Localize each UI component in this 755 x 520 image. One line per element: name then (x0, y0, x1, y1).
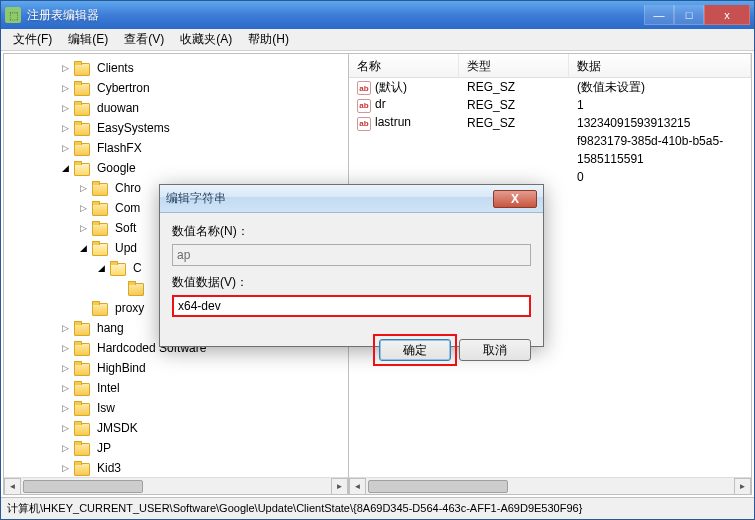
folder-icon (74, 401, 90, 415)
folder-icon (74, 341, 90, 355)
scroll-thumb[interactable] (368, 480, 508, 493)
tree-label: proxy (112, 300, 147, 316)
tree-node[interactable]: ▷JP (4, 438, 348, 458)
app-icon: ⬚ (5, 7, 21, 23)
list-row[interactable]: f9823179-385d-410b-b5a5- (349, 132, 751, 150)
expand-icon[interactable]: ▷ (76, 181, 90, 195)
reg-string-icon: ab (357, 117, 371, 131)
dialog-titlebar[interactable]: 编辑字符串 X (160, 185, 543, 213)
list-body[interactable]: ab(默认)REG_SZ(数值未设置)abdrREG_SZ1ablastrunR… (349, 78, 751, 186)
value-name-input[interactable] (172, 244, 531, 266)
expand-icon[interactable]: ▷ (58, 401, 72, 415)
tree-node[interactable]: ▷EasySystems (4, 118, 348, 138)
menu-view[interactable]: 查看(V) (116, 29, 172, 50)
minimize-button[interactable]: — (644, 5, 674, 25)
maximize-button[interactable]: □ (674, 5, 704, 25)
folder-icon (92, 301, 108, 315)
tree-label: hang (94, 320, 127, 336)
expand-icon[interactable]: ▷ (76, 221, 90, 235)
menu-edit[interactable]: 编辑(E) (60, 29, 116, 50)
list-row[interactable]: ablastrunREG_SZ13234091593913215 (349, 114, 751, 132)
dialog-close-button[interactable]: X (493, 190, 537, 208)
scroll-track[interactable] (366, 479, 734, 494)
menu-help[interactable]: 帮助(H) (240, 29, 297, 50)
scroll-left-icon[interactable]: ◄ (349, 478, 366, 495)
menu-favorites[interactable]: 收藏夹(A) (172, 29, 240, 50)
dialog-title: 编辑字符串 (166, 190, 493, 207)
expand-icon[interactable]: ▷ (58, 321, 72, 335)
cell-data: 1585115591 (569, 151, 751, 167)
header-type[interactable]: 类型 (459, 54, 569, 77)
tree-node[interactable]: ▷Kid3 (4, 458, 348, 478)
folder-icon (74, 441, 90, 455)
scroll-right-icon[interactable]: ► (734, 478, 751, 495)
tree-node[interactable]: ▷duowan (4, 98, 348, 118)
folder-icon (74, 321, 90, 335)
folder-icon (74, 461, 90, 475)
scroll-left-icon[interactable]: ◄ (4, 478, 21, 495)
expand-icon[interactable]: ▷ (58, 421, 72, 435)
tree-label: JP (94, 440, 114, 456)
expand-icon[interactable]: ▷ (76, 201, 90, 215)
tree-node[interactable]: ◢Google (4, 158, 348, 178)
collapse-icon[interactable]: ◢ (94, 261, 108, 275)
folder-icon (74, 61, 90, 75)
value-data-label: 数值数据(V)： (172, 274, 531, 291)
tree-label: Google (94, 160, 139, 176)
tree-node[interactable]: ▷Clients (4, 58, 348, 78)
list-hscrollbar[interactable]: ◄ ► (349, 477, 751, 494)
expand-icon[interactable]: ▷ (58, 381, 72, 395)
folder-icon (92, 201, 108, 215)
cancel-button[interactable]: 取消 (459, 339, 531, 361)
cell-type (459, 158, 569, 160)
expand-icon[interactable]: ▷ (58, 141, 72, 155)
list-row[interactable]: 1585115591 (349, 150, 751, 168)
tree-node[interactable]: ▷Intel (4, 378, 348, 398)
scroll-thumb[interactable] (23, 480, 143, 493)
header-data[interactable]: 数据 (569, 54, 751, 77)
cell-type: REG_SZ (459, 115, 569, 131)
tree-node[interactable]: ▷Cybertron (4, 78, 348, 98)
tree-label: C (130, 260, 145, 276)
tree-label (148, 287, 154, 289)
cell-type: REG_SZ (459, 79, 569, 95)
expand-icon[interactable]: ▷ (58, 101, 72, 115)
cell-name: ablastrun (349, 114, 459, 132)
value-data-input[interactable] (172, 295, 531, 317)
expand-icon[interactable]: ▷ (58, 361, 72, 375)
dialog-body: 数值名称(N)： 数值数据(V)： (160, 213, 543, 335)
collapse-icon[interactable]: ◢ (76, 241, 90, 255)
expand-icon[interactable]: ▷ (58, 441, 72, 455)
ok-button[interactable]: 确定 (379, 339, 451, 361)
tree-label: duowan (94, 100, 142, 116)
tree-node[interactable]: ▷FlashFX (4, 138, 348, 158)
cell-data: 0 (569, 169, 751, 185)
folder-icon (74, 361, 90, 375)
header-name[interactable]: 名称 (349, 54, 459, 77)
expand-icon[interactable] (76, 301, 90, 315)
list-row[interactable]: ab(默认)REG_SZ(数值未设置) (349, 78, 751, 96)
expand-icon[interactable]: ▷ (58, 121, 72, 135)
tree-node[interactable]: ▷JMSDK (4, 418, 348, 438)
list-row[interactable]: abdrREG_SZ1 (349, 96, 751, 114)
cell-data: (数值未设置) (569, 78, 751, 97)
expand-icon[interactable]: ▷ (58, 461, 72, 475)
scroll-track[interactable] (21, 479, 331, 494)
folder-icon (92, 221, 108, 235)
folder-icon (74, 141, 90, 155)
expand-icon[interactable]: ▷ (58, 81, 72, 95)
expand-icon[interactable] (112, 281, 126, 295)
titlebar[interactable]: ⬚ 注册表编辑器 — □ x (1, 1, 754, 29)
tree-label: Cybertron (94, 80, 153, 96)
tree-node[interactable]: ▷Isw (4, 398, 348, 418)
collapse-icon[interactable]: ◢ (58, 161, 72, 175)
expand-icon[interactable]: ▷ (58, 61, 72, 75)
cell-data: 13234091593913215 (569, 115, 751, 131)
tree-hscrollbar[interactable]: ◄ ► (4, 477, 348, 494)
expand-icon[interactable]: ▷ (58, 341, 72, 355)
scroll-right-icon[interactable]: ► (331, 478, 348, 495)
cell-type (459, 140, 569, 142)
close-button[interactable]: x (704, 5, 750, 25)
menu-file[interactable]: 文件(F) (5, 29, 60, 50)
folder-icon (74, 381, 90, 395)
